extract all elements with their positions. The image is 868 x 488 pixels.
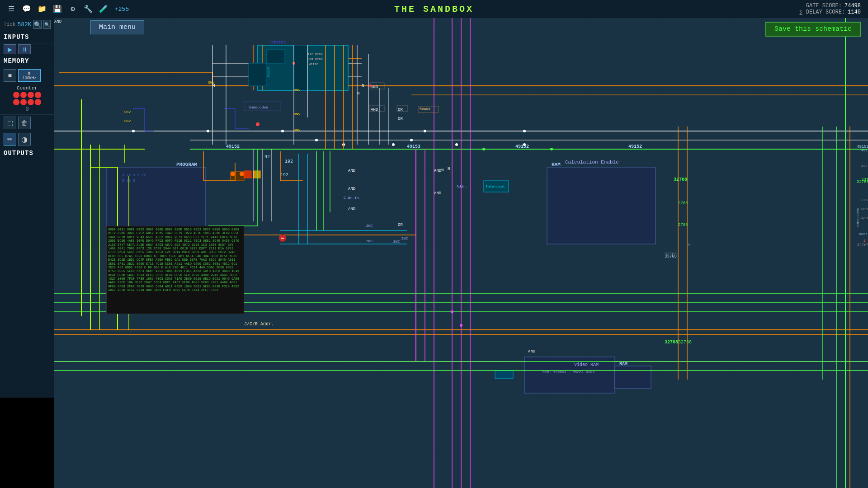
svg-text:Write: Write	[309, 62, 318, 66]
svg-text:92: 92	[264, 155, 270, 160]
hex-dump: 0000 0001 0001 0002 0003 0005 0008 000D …	[106, 226, 244, 314]
score-area: GATE SCORE: 74498 ∑ DELAY SCORE: 1140	[799, 0, 861, 18]
svg-text:ONV: ONV	[294, 128, 301, 132]
svg-text:N: N	[441, 168, 443, 173]
app-title: THE SANDBOX	[394, 4, 474, 14]
svg-text:Addr: Addr	[859, 232, 868, 236]
svg-text:ZWC: ZWC	[401, 236, 408, 240]
svg-text:N: N	[357, 91, 359, 96]
svg-text:Readd: Readd	[420, 107, 430, 111]
svg-rect-53	[267, 50, 285, 63]
svg-text:OR: OR	[398, 117, 403, 121]
memory-label: MEMORY	[4, 57, 29, 65]
svg-text:32768: 32768	[857, 243, 868, 248]
svg-text:ONV: ONV	[124, 119, 131, 123]
svg-text:OR: OR	[398, 108, 403, 112]
svg-point-96	[256, 122, 259, 126]
counter-dot-2	[20, 92, 27, 98]
svg-text:49152: 49152	[226, 144, 240, 149]
svg-text:Status: Status	[271, 40, 286, 45]
svg-text:49152: 49152	[861, 148, 868, 152]
sidebar-tools2: ⬚ 🗑	[0, 115, 54, 131]
svg-text:ZWC: ZWC	[366, 239, 373, 243]
zoom-out-button[interactable]: 🔍	[43, 20, 51, 29]
stop-button[interactable]: ■	[4, 69, 16, 82]
svg-text:49152: 49152	[628, 144, 642, 149]
svg-point-165	[281, 130, 284, 132]
svg-text:ONV: ONV	[294, 112, 301, 116]
zoom-in-button[interactable]: 🔍	[33, 20, 42, 29]
counter-dot-7	[28, 99, 34, 105]
tool-icon[interactable]: 🔧	[82, 3, 94, 15]
svg-text:1st Read: 1st Read	[307, 52, 323, 56]
svg-text:N: N	[362, 84, 364, 88]
select-tool-button[interactable]: ⬚	[4, 117, 16, 129]
menu-icon[interactable]: ☰	[5, 3, 17, 15]
svg-point-94	[369, 84, 372, 87]
chat-icon[interactable]: 💬	[21, 3, 33, 15]
gate-score-line: GATE SCORE: 74498	[799, 3, 861, 9]
inputs-section: INPUTS	[0, 31, 54, 43]
counter-dot-4	[35, 92, 41, 98]
svg-text:32763: 32763	[665, 252, 677, 257]
svg-point-101	[455, 143, 458, 146]
svg-text:AND: AND	[348, 187, 355, 191]
svg-point-168	[424, 130, 426, 132]
play-100khz-button[interactable]: ⏸100kHz	[18, 69, 41, 82]
svg-text:OR: OR	[398, 223, 403, 227]
arrow-right-button[interactable]: ▶	[4, 44, 16, 54]
svg-rect-66	[253, 171, 260, 178]
svg-rect-49	[547, 167, 656, 244]
black-preview	[0, 398, 54, 488]
svg-text:49152: 49152	[515, 144, 529, 149]
svg-text:AND: AND	[528, 349, 535, 354]
svg-rect-140	[524, 357, 615, 393]
counter-label: Counter	[17, 85, 38, 91]
spinner-button[interactable]: ◑	[18, 133, 31, 145]
svg-text:J/C/R Addr.: J/C/R Addr.	[244, 322, 274, 327]
counter-section: Counter 0	[0, 84, 54, 115]
pencil-tool-button[interactable]: ✏	[4, 133, 16, 145]
svg-text:32768: 32768	[678, 340, 692, 345]
counter-dot-8	[35, 99, 41, 105]
svg-text:ZWC: ZWC	[393, 239, 400, 244]
flask-icon[interactable]: 🧪	[98, 3, 109, 15]
settings-icon[interactable]: ⚙	[67, 3, 79, 15]
plus-count: +255	[115, 6, 129, 13]
svg-text:AND: AND	[348, 207, 355, 211]
svg-rect-65	[244, 171, 251, 178]
svg-text:C-Wr-In: C-Wr-In	[344, 196, 359, 200]
svg-point-103	[482, 148, 485, 150]
svg-text:N: N	[448, 167, 450, 171]
inputs-arrow-row: ▶ ⏸	[0, 43, 54, 55]
delay-score-line: ∑ DELAY SCORE: 1140	[799, 9, 861, 15]
save-icon[interactable]: 💾	[52, 3, 63, 15]
svg-text:49102: 49102	[861, 164, 868, 168]
svg-point-169	[523, 130, 526, 132]
counter-dot-1	[13, 92, 19, 98]
tick-value: 582K	[17, 21, 31, 28]
tick-row: Tick 582K 🔍 🔍	[0, 18, 54, 31]
svg-text:AND: AND	[371, 108, 378, 112]
svg-text:Intercept: Intercept	[486, 184, 505, 188]
inputs-label: INPUTS	[4, 33, 29, 41]
svg-point-100	[392, 143, 395, 146]
save-schematic-button[interactable]: Save this schematic	[765, 22, 861, 37]
svg-text:32768: 32768	[674, 177, 687, 182]
file-icon[interactable]: 📁	[36, 3, 48, 15]
main-menu-button[interactable]: Main menu	[90, 20, 144, 34]
delete-button[interactable]: 🗑	[18, 117, 31, 129]
svg-text:2768: 2768	[861, 198, 868, 202]
svg-text:Undecoded: Undecoded	[856, 208, 860, 227]
svg-rect-146	[495, 371, 513, 379]
canvas-area[interactable]: AND AND OR AND AND AND AND AND	[54, 18, 868, 488]
arrow-pause-button[interactable]: ⏸	[18, 44, 31, 54]
counter-dot-3	[28, 92, 34, 98]
svg-text:32768: 32768	[665, 340, 678, 345]
svg-text:RAM: RAM	[552, 162, 561, 167]
svg-point-176	[460, 324, 462, 327]
sidebar-tools3: ✏ ◑	[0, 131, 54, 147]
counter-dot-5	[13, 99, 19, 105]
svg-text:ZWC: ZWC	[366, 224, 373, 228]
svg-text:PROGRAM: PROGRAM	[176, 162, 198, 167]
